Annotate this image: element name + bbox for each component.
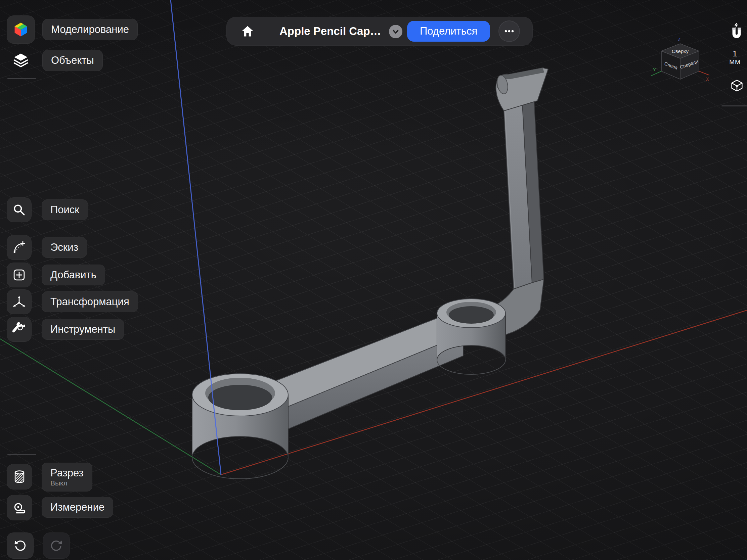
sketch-icon: [12, 240, 27, 255]
app-window: Моделирование Объекты Apple Pencil Cap… …: [0, 0, 747, 560]
objects-panel-button[interactable]: [7, 48, 35, 73]
modeling-mode-button[interactable]: [7, 16, 35, 44]
measure-label[interactable]: Измерение: [42, 497, 113, 518]
document-title[interactable]: Apple Pencil Cap…: [280, 17, 381, 46]
measure-icon: [12, 500, 27, 515]
isometric-view-icon: [729, 78, 745, 93]
section-state: Выкл: [50, 479, 68, 486]
section-icon: [12, 469, 27, 484]
transform-label[interactable]: Трансформация: [42, 291, 138, 312]
modeling-cube-icon: [12, 21, 30, 38]
axis-x-label: X: [706, 77, 709, 82]
undo-icon: [13, 538, 28, 553]
tools-button[interactable]: [7, 317, 31, 342]
tools-icon: [12, 322, 27, 337]
redo-icon: [49, 538, 64, 553]
undo-button[interactable]: [7, 532, 33, 559]
modeling-label[interactable]: Моделирование: [42, 19, 138, 40]
scene-canvas[interactable]: [0, 0, 747, 560]
section-label: Разрез: [50, 468, 84, 479]
document-toolbar: Apple Pencil Cap… Поделиться: [226, 17, 533, 46]
view-mode-button[interactable]: [727, 76, 746, 95]
snap-button[interactable]: [726, 20, 747, 44]
add-icon: [12, 268, 26, 282]
sketch-tool-button[interactable]: [7, 235, 31, 260]
objects-label[interactable]: Объекты: [42, 50, 103, 71]
magnet-icon: [728, 22, 745, 41]
section-label-group[interactable]: Разрез Выкл: [42, 463, 93, 491]
tools-label[interactable]: Инструменты: [42, 319, 124, 340]
grid-size-unit: ММ: [721, 58, 747, 66]
grid-size-indicator[interactable]: 1 ММ: [721, 49, 747, 65]
axis-y-label: Y: [653, 67, 656, 72]
transform-icon: [12, 294, 27, 309]
redo-button[interactable]: [43, 532, 70, 559]
axis-z-label: Z: [678, 37, 680, 42]
home-button[interactable]: [240, 24, 255, 39]
search-label[interactable]: Поиск: [42, 199, 88, 220]
more-options-button[interactable]: [499, 21, 519, 41]
search-icon: [12, 203, 27, 217]
model-3d[interactable]: [192, 68, 548, 479]
sketch-label[interactable]: Эскиз: [42, 237, 87, 258]
left-top-divider: [7, 78, 36, 79]
home-icon: [240, 24, 255, 38]
search-tool-button[interactable]: [7, 197, 31, 222]
transform-tool-button[interactable]: [7, 289, 31, 314]
chevron-down-icon: [391, 27, 400, 36]
layers-icon: [12, 52, 30, 69]
view-cube-top-label[interactable]: Сверху: [672, 48, 689, 54]
section-tool-button[interactable]: [7, 464, 32, 489]
document-menu-button[interactable]: [389, 25, 403, 38]
add-label[interactable]: Добавить: [42, 265, 105, 285]
view-cube[interactable]: Z Сверху Слева Спереди Y X: [648, 36, 712, 90]
add-tool-button[interactable]: [7, 263, 31, 287]
grid-size-value: 1: [721, 49, 747, 58]
right-panel-divider: [721, 105, 747, 106]
share-button[interactable]: Поделиться: [407, 21, 490, 42]
bottom-left-divider: [7, 454, 36, 455]
measure-tool-button[interactable]: [7, 495, 32, 521]
ellipsis-icon: [503, 25, 515, 37]
